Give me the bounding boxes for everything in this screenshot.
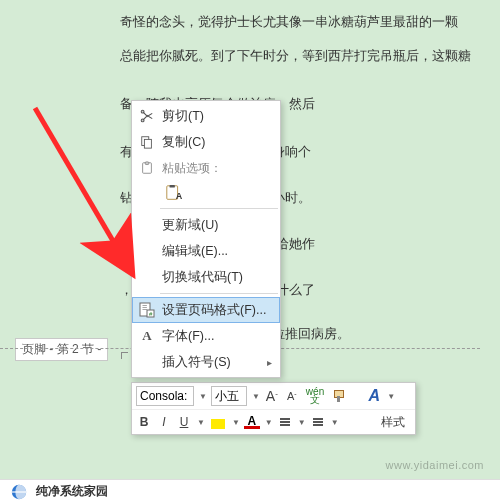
svg-text:☰: ☰	[142, 305, 147, 311]
bullets-icon	[280, 418, 290, 426]
menu-toggle-field-codes[interactable]: 切换域代码(T)	[132, 264, 280, 290]
menu-label: 插入符号(S)	[162, 354, 267, 371]
menu-label: 编辑域(E)...	[162, 243, 272, 260]
clipboard-icon	[138, 159, 156, 177]
svg-line-13	[35, 108, 133, 275]
numbering-icon	[313, 418, 323, 426]
blank-icon	[138, 216, 156, 234]
chevron-down-icon[interactable]: ▼	[387, 392, 395, 401]
font-size-input[interactable]	[211, 386, 247, 406]
menu-label: 粘贴选项：	[162, 160, 272, 177]
page-number-format-icon: ☰#	[138, 301, 156, 319]
attribution-title: 纯净系统家园	[36, 483, 108, 500]
menu-label: 设置页码格式(F)...	[162, 302, 272, 319]
svg-rect-3	[144, 139, 151, 148]
bullets-button[interactable]	[277, 413, 293, 431]
menu-edit-field[interactable]: 编辑域(E)...	[132, 238, 280, 264]
menu-label: 复制(C)	[162, 134, 272, 151]
footer-section-label: 页脚 - 第 2 节 -	[15, 338, 108, 361]
menu-update-field[interactable]: 更新域(U)	[132, 212, 280, 238]
svg-rect-5	[145, 162, 149, 165]
bold-button[interactable]: B	[136, 413, 152, 431]
chevron-down-icon[interactable]: ▼	[197, 418, 205, 427]
chevron-down-icon[interactable]: ▼	[199, 392, 207, 401]
paragraph-line: 奇怪的念头，觉得护士长尤其像一串冰糖葫芦里最甜的一颗	[120, 6, 490, 39]
shrink-font-button[interactable]: Aˇ	[284, 387, 300, 405]
toolbar-row-top: ▼ ▼ Aˆ Aˇ wén文 A ▼	[132, 383, 415, 409]
svg-rect-7	[170, 185, 175, 188]
menu-cut[interactable]: 剪切(T)	[132, 103, 280, 129]
chevron-down-icon[interactable]: ▼	[331, 418, 339, 427]
menu-format-page-number[interactable]: ☰# 设置页码格式(F)...	[132, 297, 280, 323]
blank-icon	[138, 353, 156, 371]
scissors-icon	[138, 107, 156, 125]
numbering-button[interactable]	[310, 413, 326, 431]
styles-icon[interactable]: A	[366, 387, 382, 405]
attribution-bar: 纯净系统家园	[0, 479, 500, 503]
menu-insert-symbol[interactable]: 插入符号(S) ▸	[132, 349, 280, 375]
menu-copy[interactable]: 复制(C)	[132, 129, 280, 155]
context-menu: 剪切(T) 复制(C) 粘贴选项： A 更新域(U) 编辑域(E)... 切换域…	[131, 100, 281, 378]
styles-button[interactable]: 样式	[375, 413, 411, 431]
mini-toolbar: ▼ ▼ Aˆ Aˇ wén文 A ▼ B I U ▼ ▼ A ▼ ▼ ▼ 样式	[131, 382, 416, 435]
blank-icon	[138, 268, 156, 286]
watermark: www.yidaimei.com	[386, 459, 484, 471]
menu-separator	[160, 208, 278, 209]
menu-label: 更新域(U)	[162, 217, 272, 234]
paragraph-line: 总能把你腻死。到了下午时分，等到西芹打完吊瓶后，这颗糖	[120, 40, 490, 73]
svg-text:A: A	[176, 191, 183, 201]
highlight-icon	[211, 415, 225, 429]
menu-font[interactable]: A 字体(F)...	[132, 323, 280, 349]
italic-button[interactable]: I	[156, 413, 172, 431]
highlight-color-button[interactable]	[209, 413, 227, 431]
submenu-chevron-icon: ▸	[267, 357, 272, 368]
grow-font-button[interactable]: Aˆ	[264, 387, 280, 405]
font-name-input[interactable]	[136, 386, 194, 406]
toolbar-row-bottom: B I U ▼ ▼ A ▼ ▼ ▼ 样式	[132, 409, 415, 434]
menu-label: 切换域代码(T)	[162, 269, 272, 286]
globe-logo-icon	[10, 483, 28, 501]
font-a-icon: A	[138, 327, 156, 345]
chevron-down-icon[interactable]: ▼	[298, 418, 306, 427]
format-painter-button[interactable]	[330, 387, 348, 405]
chevron-down-icon[interactable]: ▼	[265, 418, 273, 427]
blank-icon	[138, 242, 156, 260]
menu-paste-options: 粘贴选项：	[132, 155, 280, 181]
paste-options-row: A	[132, 181, 280, 205]
menu-label: 剪切(T)	[162, 108, 272, 125]
copy-icon	[138, 133, 156, 151]
underline-button[interactable]: U	[176, 413, 192, 431]
paste-keep-text-only[interactable]: A	[162, 182, 186, 204]
menu-separator	[160, 293, 278, 294]
chevron-down-icon[interactable]: ▼	[232, 418, 240, 427]
font-color-button[interactable]: A	[244, 415, 260, 429]
brush-icon	[332, 389, 346, 403]
menu-label: 字体(F)...	[162, 328, 272, 345]
chevron-down-icon[interactable]: ▼	[252, 392, 260, 401]
pinyin-guide-button[interactable]: wén文	[304, 387, 326, 405]
